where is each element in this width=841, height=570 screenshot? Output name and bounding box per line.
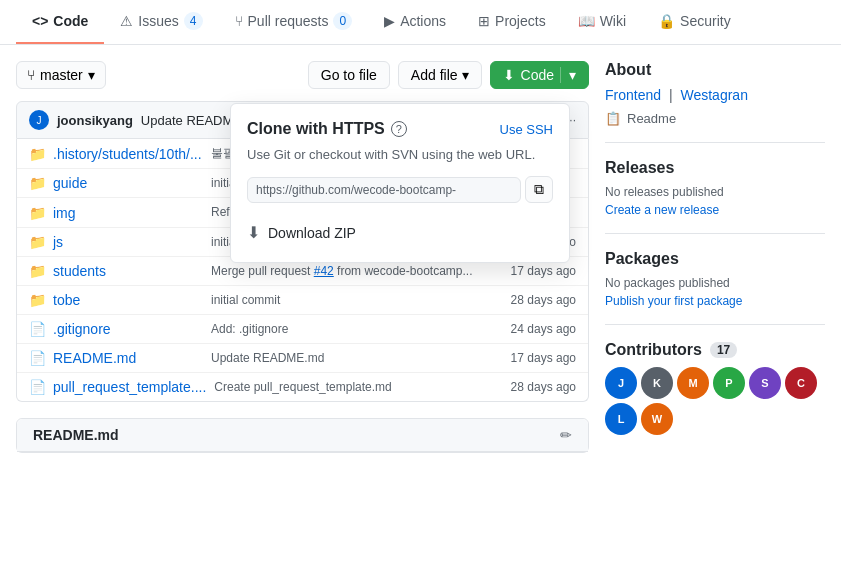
frontend-link[interactable]: Frontend bbox=[605, 87, 661, 103]
about-links: Frontend | Westagran bbox=[605, 87, 825, 103]
add-file-label: Add file bbox=[411, 67, 458, 83]
file-time: 17 days ago bbox=[496, 264, 576, 278]
releases-title: Releases bbox=[605, 159, 825, 177]
contributor-avatar[interactable]: P bbox=[713, 367, 745, 399]
create-release-link[interactable]: Create a new release bbox=[605, 203, 825, 217]
file-name[interactable]: .history/students/10th/... bbox=[53, 146, 203, 162]
folder-icon: 📁 bbox=[29, 234, 45, 250]
edit-icon[interactable]: ✏ bbox=[560, 427, 572, 443]
table-row: 📄 .gitignore Add: .gitignore 24 days ago bbox=[17, 315, 588, 344]
readme-section: README.md ✏ bbox=[16, 418, 589, 453]
avatar: J bbox=[29, 110, 49, 130]
clone-url-input[interactable] bbox=[247, 177, 521, 203]
clone-title-row: Clone with HTTPS ? bbox=[247, 120, 407, 138]
file-name[interactable]: students bbox=[53, 263, 203, 279]
westagran-link[interactable]: Westagran bbox=[680, 87, 747, 103]
download-zip-icon: ⬇ bbox=[247, 223, 260, 242]
clone-url-row: ⧉ bbox=[247, 176, 553, 203]
issues-icon: ⚠ bbox=[120, 13, 133, 29]
packages-title: Packages bbox=[605, 250, 825, 268]
nav-wiki[interactable]: 📖 Wiki bbox=[562, 0, 642, 44]
clone-header: Clone with HTTPS ? Use SSH bbox=[247, 120, 553, 138]
file-commit: initial commit bbox=[211, 293, 488, 307]
branch-icon: ⑂ bbox=[27, 67, 35, 83]
code-button[interactable]: ⬇ Code ▾ bbox=[490, 61, 589, 89]
file-time: 17 days ago bbox=[496, 351, 576, 365]
readme-label: Readme bbox=[627, 111, 676, 126]
doc-icon: 📄 bbox=[29, 350, 45, 366]
nav-actions[interactable]: ▶ Actions bbox=[368, 0, 462, 44]
contributor-avatar[interactable]: C bbox=[785, 367, 817, 399]
no-packages-text: No packages published bbox=[605, 276, 825, 290]
contributor-avatar[interactable]: W bbox=[641, 403, 673, 435]
goto-file-button[interactable]: Go to file bbox=[308, 61, 390, 89]
contributor-avatar[interactable]: J bbox=[605, 367, 637, 399]
contributor-avatar[interactable]: K bbox=[641, 367, 673, 399]
wiki-icon: 📖 bbox=[578, 13, 595, 29]
contributor-avatar[interactable]: L bbox=[605, 403, 637, 435]
divider-releases bbox=[605, 142, 825, 143]
file-name[interactable]: .gitignore bbox=[53, 321, 203, 337]
actions-icon: ▶ bbox=[384, 13, 395, 29]
no-releases-text: No releases published bbox=[605, 185, 825, 199]
file-time: 28 days ago bbox=[496, 380, 576, 394]
nav-wiki-label: Wiki bbox=[600, 13, 626, 29]
branch-label: master bbox=[40, 67, 83, 83]
folder-icon: 📁 bbox=[29, 175, 45, 191]
releases-section: Releases No releases published Create a … bbox=[605, 159, 825, 217]
file-name[interactable]: guide bbox=[53, 175, 203, 191]
about-title: About bbox=[605, 61, 825, 79]
file-commit: Update README.md bbox=[211, 351, 488, 365]
download-arrow-icon: ⬇ bbox=[503, 67, 515, 83]
main-container: ⑂ master ▾ Go to file Add file ▾ ⬇ Code … bbox=[0, 45, 841, 469]
action-bar: ⑂ master ▾ Go to file Add file ▾ ⬇ Code … bbox=[16, 61, 589, 89]
file-name[interactable]: js bbox=[53, 234, 203, 250]
use-ssh-link[interactable]: Use SSH bbox=[500, 122, 553, 137]
code-icon: <> bbox=[32, 13, 48, 29]
branch-selector[interactable]: ⑂ master ▾ bbox=[16, 61, 106, 89]
download-zip[interactable]: ⬇ Download ZIP bbox=[247, 219, 553, 246]
about-separator: | bbox=[669, 87, 673, 103]
file-commit: Create pull_request_template.md bbox=[214, 380, 488, 394]
file-name[interactable]: img bbox=[53, 205, 203, 221]
publish-package-link[interactable]: Publish your first package bbox=[605, 294, 825, 308]
copy-button[interactable]: ⧉ bbox=[525, 176, 553, 203]
nav-issues[interactable]: ⚠ Issues 4 bbox=[104, 0, 218, 44]
folder-icon: 📁 bbox=[29, 205, 45, 221]
commit-user[interactable]: joonsikyang bbox=[57, 113, 133, 128]
packages-section: Packages No packages published Publish y… bbox=[605, 250, 825, 308]
file-name[interactable]: pull_request_template.... bbox=[53, 379, 206, 395]
doc-icon: 📄 bbox=[29, 379, 45, 395]
about-section: About Frontend | Westagran 📋 Readme bbox=[605, 61, 825, 126]
chevron-down-icon: ▾ bbox=[88, 67, 95, 83]
help-icon[interactable]: ? bbox=[391, 121, 407, 137]
contributor-avatar[interactable]: M bbox=[677, 367, 709, 399]
about-readme: 📋 Readme bbox=[605, 111, 825, 126]
goto-file-label: Go to file bbox=[321, 67, 377, 83]
folder-icon: 📁 bbox=[29, 263, 45, 279]
nav-security[interactable]: 🔒 Security bbox=[642, 0, 747, 44]
nav-code-label: Code bbox=[53, 13, 88, 29]
nav-pull-requests[interactable]: ⑂ Pull requests 0 bbox=[219, 0, 369, 44]
divider-contributors bbox=[605, 324, 825, 325]
clone-description: Use Git or checkout with SVN using the w… bbox=[247, 146, 553, 164]
add-file-button[interactable]: Add file ▾ bbox=[398, 61, 482, 89]
nav-issues-label: Issues bbox=[138, 13, 178, 29]
file-name[interactable]: README.md bbox=[53, 350, 203, 366]
nav-projects[interactable]: ⊞ Projects bbox=[462, 0, 562, 44]
readme-header: README.md ✏ bbox=[17, 419, 588, 452]
folder-icon: 📁 bbox=[29, 146, 45, 162]
code-button-arrow[interactable]: ▾ bbox=[560, 67, 576, 83]
file-time: 24 days ago bbox=[496, 322, 576, 336]
chevron-down-icon-add: ▾ bbox=[462, 67, 469, 83]
file-commit: Add: .gitignore bbox=[211, 322, 488, 336]
readme-icon: 📋 bbox=[605, 111, 621, 126]
clone-dropdown: Clone with HTTPS ? Use SSH Use Git or ch… bbox=[230, 103, 570, 263]
doc-icon: 📄 bbox=[29, 321, 45, 337]
file-name-tobe[interactable]: tobe bbox=[53, 292, 203, 308]
file-commit: Merge pull request #42 from wecode-bootc… bbox=[211, 264, 488, 278]
nav-code[interactable]: <> Code bbox=[16, 0, 104, 44]
contributors-section: Contributors 17 J K M P S C L W bbox=[605, 341, 825, 435]
divider-packages bbox=[605, 233, 825, 234]
contributor-avatar[interactable]: S bbox=[749, 367, 781, 399]
